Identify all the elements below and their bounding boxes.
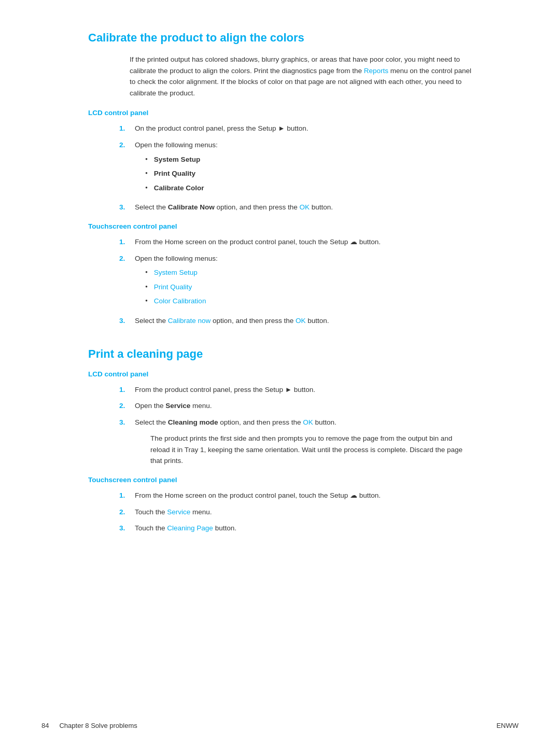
calibrate-now-link[interactable]: Calibrate now xyxy=(168,317,211,325)
cleaning-mode-label: Cleaning mode xyxy=(168,418,218,426)
page-container: Calibrate the product to align the color… xyxy=(47,0,513,586)
section1-title: Calibrate the product to align the color… xyxy=(88,31,472,45)
section1-lcd-steps: 1. On the product control panel, press t… xyxy=(119,123,472,213)
s2-touch-step-1: 1. From the Home screen on the product c… xyxy=(119,490,472,501)
section2-touch-label: Touchscreen control panel xyxy=(88,476,472,484)
s2-touch-num-2: 2. xyxy=(119,507,135,518)
touch-bullet-1: System Setup xyxy=(145,267,472,278)
touch-step-num-3: 3. xyxy=(119,315,135,327)
footer-language: ENWW xyxy=(496,722,519,729)
section-cleaning: Print a cleaning page LCD control panel … xyxy=(88,347,472,534)
section-calibrate: Calibrate the product to align the color… xyxy=(88,31,472,327)
touch-step-num-2: 2. xyxy=(119,253,135,310)
touch-bullet-link-3[interactable]: Color Calibration xyxy=(154,296,206,307)
section1-lcd-label: LCD control panel xyxy=(88,109,472,117)
reports-link[interactable]: Reports xyxy=(364,67,388,75)
footer: 84 Chapter 8 Solve problems ENWW xyxy=(41,722,519,729)
touch-bullet-2: Print Quality xyxy=(145,282,472,293)
touch-bullet-link-1[interactable]: System Setup xyxy=(154,267,198,278)
touch-step1-content: From the Home screen on the product cont… xyxy=(135,236,472,248)
s2-step-num-3: 3. xyxy=(119,417,135,467)
s2-touch-step-2: 2. Touch the Service menu. xyxy=(119,507,472,518)
service-link[interactable]: Service xyxy=(167,508,190,516)
step-num-3: 3. xyxy=(119,202,135,213)
bullet-calibrate-color: Calibrate Color xyxy=(145,182,472,194)
ok-link-3[interactable]: OK xyxy=(303,418,313,426)
section1-intro: If the printed output has colored shadow… xyxy=(130,54,472,99)
s2-lcd-step-2: 2. Open the Service menu. xyxy=(119,400,472,412)
touch-step-num-1: 1. xyxy=(119,236,135,248)
section1-lcd: LCD control panel 1. On the product cont… xyxy=(88,109,472,213)
calibrate-now-label: Calibrate Now xyxy=(168,203,215,211)
ok-link-1[interactable]: OK xyxy=(299,203,310,211)
section1-touch-steps: 1. From the Home screen on the product c… xyxy=(119,236,472,327)
section2-lcd-steps: 1. From the product control panel, press… xyxy=(119,384,472,467)
s2-step-num-2: 2. xyxy=(119,400,135,412)
s2-touch-num-1: 1. xyxy=(119,490,135,501)
s2-step1-content: From the product control panel, press th… xyxy=(135,384,472,396)
step1-content: On the product control panel, press the … xyxy=(135,123,472,134)
touch-bullet-3: Color Calibration xyxy=(145,296,472,307)
service-label: Service xyxy=(165,402,190,410)
cleaning-note: The product prints the first side and th… xyxy=(150,433,472,467)
lcd-step-2: 2. Open the following menus: System Setu… xyxy=(119,139,472,196)
s2-touch-num-3: 3. xyxy=(119,523,135,534)
bullet-text-2: Print Quality xyxy=(154,168,195,179)
touch-bullet-link-2[interactable]: Print Quality xyxy=(154,282,192,293)
ok-link-2[interactable]: OK xyxy=(296,317,306,325)
s2-step-num-1: 1. xyxy=(119,384,135,396)
section2-touchscreen: Touchscreen control panel 1. From the Ho… xyxy=(88,476,472,534)
s2-touch-content-1: From the Home screen on the product cont… xyxy=(135,490,472,501)
touch-step3-content: Select the Calibrate now option, and the… xyxy=(135,315,472,327)
section2-lcd: LCD control panel 1. From the product co… xyxy=(88,370,472,467)
touch-step-2: 2. Open the following menus: System Setu… xyxy=(119,253,472,310)
lcd-bullet-list: System Setup Print Quality Calibrate Col… xyxy=(145,154,472,194)
footer-page-number: 84 xyxy=(41,722,49,729)
s2-step2-content: Open the Service menu. xyxy=(135,400,472,412)
step-num-2: 2. xyxy=(119,139,135,196)
touch-step2-content: Open the following menus: System Setup P… xyxy=(135,253,472,310)
footer-chapter: Chapter 8 Solve problems xyxy=(59,722,137,729)
bullet-text-3: Calibrate Color xyxy=(154,182,204,194)
section2-title: Print a cleaning page xyxy=(88,347,472,361)
touch-bullet-list: System Setup Print Quality Color Calibra… xyxy=(145,267,472,307)
touch-step-3: 3. Select the Calibrate now option, and … xyxy=(119,315,472,327)
bullet-system-setup: System Setup xyxy=(145,154,472,165)
step2-content: Open the following menus: System Setup P… xyxy=(135,139,472,196)
step-num-1: 1. xyxy=(119,123,135,134)
touch-step-1: 1. From the Home screen on the product c… xyxy=(119,236,472,248)
s2-touch-content-3: Touch the Cleaning Page button. xyxy=(135,523,472,534)
s2-touch-step-3: 3. Touch the Cleaning Page button. xyxy=(119,523,472,534)
section2-touch-steps: 1. From the Home screen on the product c… xyxy=(119,490,472,534)
footer-left: 84 Chapter 8 Solve problems xyxy=(41,722,137,729)
bullet-print-quality: Print Quality xyxy=(145,168,472,179)
step3-content: Select the Calibrate Now option, and the… xyxy=(135,202,472,213)
cleaning-page-link[interactable]: Cleaning Page xyxy=(167,524,213,532)
s2-lcd-step-3: 3. Select the Cleaning mode option, and … xyxy=(119,417,472,467)
bullet-text-1: System Setup xyxy=(154,154,200,165)
section2-lcd-label: LCD control panel xyxy=(88,370,472,378)
section1-touch-label: Touchscreen control panel xyxy=(88,222,472,230)
section1-touchscreen: Touchscreen control panel 1. From the Ho… xyxy=(88,222,472,327)
s2-lcd-step-1: 1. From the product control panel, press… xyxy=(119,384,472,396)
lcd-step-1: 1. On the product control panel, press t… xyxy=(119,123,472,134)
s2-touch-content-2: Touch the Service menu. xyxy=(135,507,472,518)
s2-step3-content: Select the Cleaning mode option, and the… xyxy=(135,417,472,467)
lcd-step-3: 3. Select the Calibrate Now option, and … xyxy=(119,202,472,213)
